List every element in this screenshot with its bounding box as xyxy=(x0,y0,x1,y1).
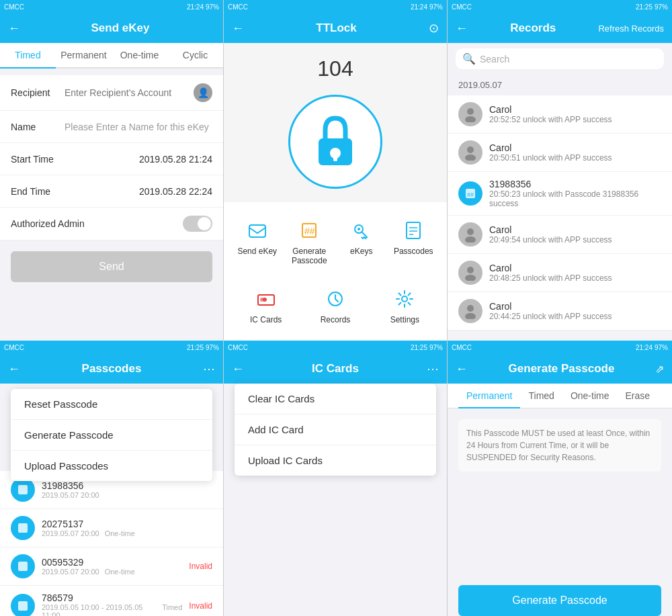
ic-cards-header: ← IC Cards ⋯ xyxy=(224,354,447,384)
records-list: Carol 20:52:52 unlock with APP success C… xyxy=(448,95,672,341)
passcode-date-1: 2019.05.07 20:00 xyxy=(42,529,99,537)
send-ekey-header: ← Send eKey xyxy=(0,13,223,43)
svg-rect-31 xyxy=(18,562,28,571)
svg-point-14 xyxy=(263,298,267,302)
passcode-avatar-2 xyxy=(11,554,35,578)
time-b3: 21:24 xyxy=(636,344,653,351)
svg-point-24 xyxy=(465,236,476,243)
passcode-code-1: 20275137 xyxy=(42,519,135,529)
avatar-5 xyxy=(458,299,482,323)
record-detail-4: 20:48:25 unlock with APP success xyxy=(489,273,661,283)
menu-generate-passcode[interactable]: ## Generate Passcode xyxy=(287,213,333,271)
records-title: Records xyxy=(473,21,593,35)
records-screen: CMCC 21:25 97% ← Records Refresh Records… xyxy=(448,0,672,341)
passcodes-screen: CMCC 21:25 97% ← Passcodes ⋯ Reset Passc… xyxy=(0,341,224,616)
end-time-row: End Time 2019.05.28 22:24 xyxy=(0,175,223,208)
svg-point-27 xyxy=(467,305,474,312)
passcode-date-3: 2019.05.05 10:00 - 2019.05.05 11:00 xyxy=(42,603,157,616)
tab-timed[interactable]: Timed xyxy=(0,43,56,67)
menu-records[interactable]: Records xyxy=(304,281,366,330)
dropdown-generate-passcode[interactable]: Generate Passcode xyxy=(11,420,212,451)
back-button-b1[interactable]: ← xyxy=(8,362,20,376)
send-ekey-icon xyxy=(245,218,269,243)
menu-ekeys[interactable]: eKeys xyxy=(339,213,384,271)
send-button[interactable]: Send xyxy=(11,251,212,282)
lock-svg xyxy=(308,112,362,172)
recipient-label: Recipient xyxy=(11,87,65,98)
gen-tab-erase[interactable]: Erase xyxy=(617,384,658,408)
svg-point-20 xyxy=(465,155,476,161)
back-button-b2[interactable]: ← xyxy=(232,362,244,376)
tab-permanent[interactable]: Permanent xyxy=(56,43,112,67)
record-name-0: Carol xyxy=(489,104,661,115)
refresh-records-button[interactable]: Refresh Records xyxy=(598,24,664,34)
search-placeholder: Search xyxy=(480,54,509,64)
menu-send-ekey-label: Send eKey xyxy=(237,247,277,256)
svg-point-16 xyxy=(402,296,407,302)
dropdown-clear-ic-cards[interactable]: Clear IC Cards xyxy=(235,384,436,414)
menu-passcodes[interactable]: Passcodes xyxy=(391,213,437,271)
avatar-3 xyxy=(458,222,482,247)
end-time-label: End Time xyxy=(11,186,65,197)
passcode-date-0: 2019.05.07 20:00 xyxy=(42,491,99,499)
menu-ekeys-label: eKeys xyxy=(350,247,372,256)
passcode-info-3: 786579 2019.05.05 10:00 - 2019.05.05 11:… xyxy=(42,592,182,616)
menu-generate-passcode-label: Generate Passcode xyxy=(290,247,330,265)
recipient-input[interactable] xyxy=(65,87,190,98)
svg-point-18 xyxy=(465,116,476,122)
lock-number: 104 xyxy=(317,56,353,81)
ic-cards-screen: CMCC 21:25 97% ← IC Cards ⋯ Clear IC Car… xyxy=(224,341,448,616)
gen-tab-timed[interactable]: Timed xyxy=(520,384,562,408)
generate-passcode-screen: CMCC 21:24 97% ← Generate Passcode ⇗ Per… xyxy=(448,341,672,616)
passcode-type-2: One-time xyxy=(105,568,135,576)
record-name-2: 31988356 xyxy=(489,179,661,189)
record-item-3: Carol 20:49:54 unlock with APP success xyxy=(448,216,672,254)
carrier-b3: CMCC xyxy=(452,344,472,351)
more-icon[interactable]: ⋯ xyxy=(203,361,215,376)
menu-settings[interactable]: Settings xyxy=(374,281,436,330)
authorized-admin-toggle[interactable] xyxy=(183,216,212,232)
passcode-info-2: 00595329 2019.05.07 20:00 One-time xyxy=(42,557,182,576)
generate-passcode-button[interactable]: Generate Passcode xyxy=(458,585,661,616)
menu-passcodes-label: Passcodes xyxy=(394,247,433,256)
send-ekey-tabs: Timed Permanent One-time Cyclic xyxy=(0,43,223,69)
more-icon-b2[interactable]: ⋯ xyxy=(427,361,439,376)
svg-rect-32 xyxy=(18,601,28,611)
back-button-3[interactable]: ← xyxy=(456,21,468,36)
record-info-2: 31988356 20:50:23 unlock with Passcode 3… xyxy=(489,179,661,208)
tab-one-time[interactable]: One-time xyxy=(112,43,167,67)
ic-cards-title: IC Cards xyxy=(249,362,421,376)
passcode-item-3: 786579 2019.05.05 10:00 - 2019.05.05 11:… xyxy=(0,586,223,616)
passcodes-icon xyxy=(401,218,425,243)
dropdown-upload-passcodes[interactable]: Upload Passcodes xyxy=(11,451,212,481)
settings-icon xyxy=(392,287,417,311)
passcode-avatar-3 xyxy=(11,594,35,616)
recipient-row: Recipient 👤 xyxy=(0,75,223,111)
record-detail-1: 20:50:51 unlock with APP success xyxy=(489,153,661,163)
gen-tab-one-time[interactable]: One-time xyxy=(562,384,618,408)
menu-send-ekey[interactable]: Send eKey xyxy=(235,213,280,271)
search-input-wrap[interactable]: 🔍 Search xyxy=(456,48,664,69)
tab-cyclic[interactable]: Cyclic xyxy=(167,43,223,67)
passcode-info-0: 31988356 2019.05.07 20:00 xyxy=(42,480,99,499)
gen-tab-permanent[interactable]: Permanent xyxy=(458,384,520,408)
battery-b2: 97% xyxy=(429,344,443,351)
ttlock-screen: CMCC 21:24 97% ← TTLock ⊙ 104 xyxy=(224,0,448,341)
back-button-b3[interactable]: ← xyxy=(456,362,468,376)
svg-point-19 xyxy=(467,146,474,153)
external-link-icon[interactable]: ⇗ xyxy=(655,363,664,376)
contact-icon[interactable]: 👤 xyxy=(194,83,212,102)
back-button-2[interactable]: ← xyxy=(232,21,244,36)
passcode-code-2: 00595329 xyxy=(42,557,182,568)
back-button-1[interactable]: ← xyxy=(8,21,20,36)
dropdown-upload-ic-cards[interactable]: Upload IC Cards xyxy=(235,445,436,476)
ic-dropdown: Clear IC Cards Add IC Card Upload IC Car… xyxy=(235,384,436,476)
menu-ic-cards[interactable]: IC Cards xyxy=(235,281,297,330)
generate-passcode-icon: ## xyxy=(297,218,321,243)
dropdown-add-ic-card[interactable]: Add IC Card xyxy=(235,414,436,445)
start-time-row: Start Time 2019.05.28 21:24 xyxy=(0,143,223,175)
dropdown-reset-passcode[interactable]: Reset Passcode xyxy=(11,389,212,420)
status-bar-2: CMCC 21:24 97% xyxy=(224,0,447,13)
camera-icon[interactable]: ⊙ xyxy=(429,21,439,36)
record-detail-0: 20:52:52 unlock with APP success xyxy=(489,115,661,124)
